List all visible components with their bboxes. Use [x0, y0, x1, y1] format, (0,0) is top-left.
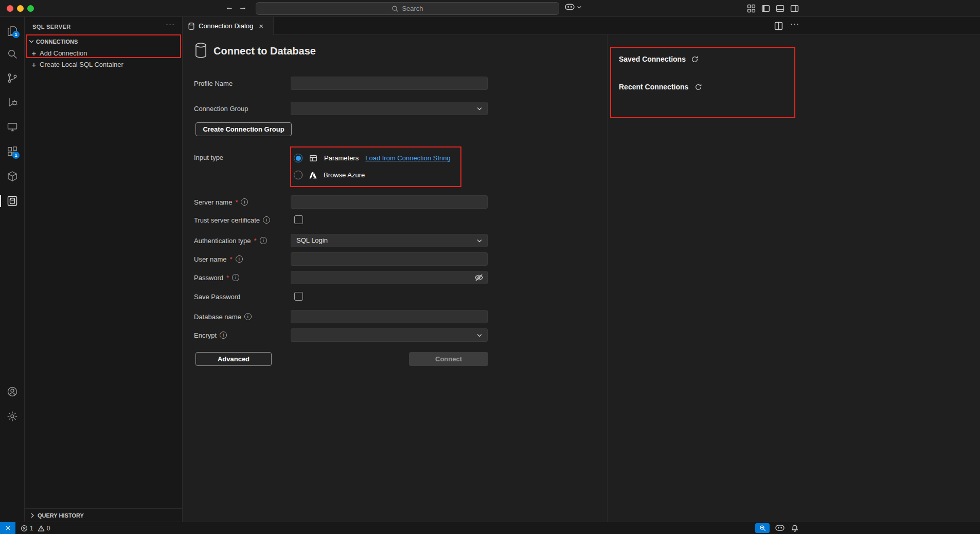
warning-icon — [38, 525, 45, 532]
active-view-indicator — [0, 195, 1, 207]
tab-connection-dialog[interactable]: Connection Dialog × — [183, 17, 274, 35]
connection-group-dropdown[interactable] — [291, 102, 488, 115]
connection-dialog-webview: Connect to Database Profile Name Connect… — [183, 35, 980, 522]
sidebar-title: SQL SERVER — [32, 24, 71, 30]
info-icon[interactable]: i — [236, 255, 243, 263]
toggle-secondary-sidebar-icon[interactable] — [790, 4, 799, 13]
chevron-right-icon — [29, 512, 35, 519]
refresh-saved-connections-icon[interactable] — [691, 56, 699, 63]
save-password-checkbox[interactable] — [294, 292, 303, 301]
accounts-icon[interactable] — [6, 385, 19, 398]
trust-server-certificate-label: Trust server certificate i — [194, 216, 270, 224]
zoom-status-button[interactable] — [755, 523, 770, 533]
database-icon — [194, 42, 208, 59]
profile-name-input[interactable] — [291, 77, 488, 90]
database-name-input[interactable] — [291, 310, 488, 323]
info-icon[interactable]: i — [220, 332, 227, 339]
macos-close-button[interactable] — [7, 5, 13, 12]
saved-connections-title: Saved Connections — [619, 55, 686, 63]
sql-server-view-icon[interactable] — [6, 195, 19, 207]
add-connection-label: Add Connection — [40, 49, 87, 57]
parameters-radio[interactable] — [294, 154, 302, 162]
command-center-search[interactable]: Search — [256, 2, 559, 15]
encrypt-dropdown[interactable] — [291, 328, 488, 342]
sidebar-more-actions-button[interactable]: ··· — [166, 20, 175, 28]
encrypt-label: Encrypt i — [194, 331, 227, 339]
authentication-type-dropdown[interactable]: SQL Login — [291, 234, 488, 247]
refresh-recent-connections-icon[interactable] — [694, 83, 702, 91]
plus-icon: + — [30, 49, 38, 58]
tab-close-icon[interactable]: × — [259, 22, 263, 30]
status-bar: 1 0 — [0, 522, 980, 534]
query-history-section-header[interactable]: QUERY HISTORY — [25, 508, 182, 522]
authentication-type-value: SQL Login — [296, 236, 328, 244]
remote-explorer-icon[interactable] — [6, 121, 19, 133]
editor-tab-bar: Connection Dialog × ··· — [183, 17, 980, 35]
search-view-icon[interactable] — [6, 48, 19, 60]
error-count: 1 — [30, 525, 33, 532]
info-icon[interactable]: i — [263, 216, 270, 224]
chevron-down-icon — [28, 39, 34, 45]
info-icon[interactable]: i — [260, 237, 267, 244]
authentication-type-label: Authentication type* i — [194, 236, 267, 245]
toggle-password-visibility-icon[interactable] — [474, 273, 484, 282]
search-placeholder: Search — [402, 5, 423, 12]
user-name-label: User name* i — [194, 255, 243, 263]
title-bar: ← → Search — [0, 0, 980, 17]
nav-forward-button[interactable]: → — [239, 3, 247, 12]
search-icon — [391, 5, 399, 12]
add-connection-item[interactable]: + Add Connection — [25, 47, 182, 59]
server-name-input[interactable] — [291, 195, 488, 209]
save-password-label: Save Password — [194, 292, 240, 301]
info-icon[interactable]: i — [244, 313, 252, 320]
parameters-icon — [309, 154, 317, 162]
activity-bar: 1 1 — [0, 17, 25, 522]
toggle-panel-icon[interactable] — [776, 4, 785, 13]
create-local-sql-container-item[interactable]: + Create Local SQL Container — [25, 59, 182, 70]
toggle-primary-sidebar-icon[interactable] — [761, 4, 770, 13]
settings-gear-icon[interactable] — [6, 410, 19, 422]
load-from-connection-string-link[interactable]: Load from Connection String — [365, 154, 450, 162]
connections-section-label: CONNECTIONS — [36, 39, 78, 45]
trust-server-certificate-checkbox[interactable] — [294, 215, 303, 224]
password-input[interactable] — [291, 271, 488, 284]
input-type-browse-azure-option[interactable]: Browse Azure — [294, 171, 365, 179]
create-connection-group-button[interactable]: Create Connection Group — [195, 122, 292, 136]
chevron-down-icon — [476, 106, 483, 112]
macos-minimize-button[interactable] — [17, 5, 24, 12]
customize-layout-icon[interactable] — [747, 4, 756, 13]
plus-icon: + — [30, 60, 38, 69]
dialog-title: Connect to Database — [213, 45, 316, 57]
connections-section-header[interactable]: CONNECTIONS — [25, 36, 182, 47]
azure-icon — [309, 171, 317, 179]
advanced-button[interactable]: Advanced — [195, 352, 272, 366]
error-icon — [21, 525, 28, 532]
run-debug-icon[interactable] — [6, 96, 19, 108]
browse-azure-radio[interactable] — [294, 171, 302, 179]
warning-count: 0 — [47, 525, 50, 532]
info-icon[interactable]: i — [241, 198, 248, 206]
password-label: Password* i — [194, 273, 239, 282]
problems-status-button[interactable]: 1 0 — [21, 522, 50, 534]
connect-button[interactable]: Connect — [409, 352, 488, 366]
macos-zoom-button[interactable] — [27, 5, 34, 12]
chevron-down-icon — [577, 5, 582, 10]
input-type-parameters-option[interactable]: Parameters Load from Connection String — [294, 154, 451, 162]
notifications-bell-icon[interactable] — [791, 524, 799, 532]
browse-azure-label: Browse Azure — [324, 171, 365, 179]
info-icon[interactable]: i — [232, 274, 239, 281]
source-control-icon[interactable] — [6, 72, 19, 84]
remote-indicator-button[interactable] — [0, 522, 15, 534]
nav-back-button[interactable]: ← — [225, 3, 234, 12]
containers-icon[interactable] — [6, 170, 19, 182]
database-tab-icon — [188, 22, 195, 30]
split-editor-icon[interactable] — [774, 22, 783, 30]
editor-more-actions-button[interactable]: ··· — [790, 19, 799, 28]
copilot-status-icon[interactable] — [775, 525, 785, 531]
parameters-label: Parameters — [324, 154, 359, 162]
profile-name-label: Profile Name — [194, 79, 233, 87]
panel-divider — [607, 35, 608, 522]
user-name-input[interactable] — [291, 252, 488, 266]
copilot-menu-button[interactable] — [565, 4, 582, 10]
input-type-label: Input type — [194, 153, 223, 161]
